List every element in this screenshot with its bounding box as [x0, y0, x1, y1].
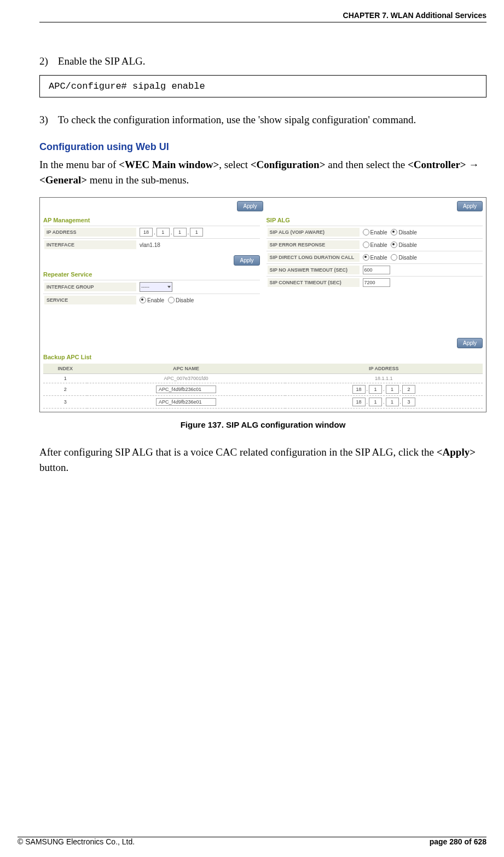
backup-apc-table: INDEX APC NAME IP ADDRESS 1 APC_007e3700…: [43, 364, 483, 409]
apply-bold: <Apply>: [437, 446, 476, 458]
row2-name-input[interactable]: APC_f4d9fb236c01: [156, 386, 216, 393]
sip-long-disable-radio[interactable]: [391, 254, 397, 261]
sip-err-enable-radio[interactable]: [363, 241, 369, 248]
service-disable-radio[interactable]: [168, 297, 175, 303]
section-heading-config-web-ui: Configuration using Web UI: [39, 141, 486, 153]
step-3: 3) To check the configuration informatio…: [39, 114, 486, 126]
apply-instruction: After configuring SIP ALG that is a voic…: [39, 445, 486, 475]
table-row: 2 APC_f4d9fb236c01 18. 1. 1. 2: [43, 383, 483, 396]
backup-apc-heading: Backup APC List: [43, 354, 483, 360]
sip-long-row: SIP DIRECT LONG DURATION CALL Enable Dis…: [267, 251, 483, 263]
nav-post: menu in the sub-menus.: [87, 174, 189, 186]
table-row: 3 APC_f4d9fb236e01 18. 1. 1. 3: [43, 396, 483, 409]
service-enable-radio[interactable]: [140, 297, 146, 303]
sip-err-enable-label: Enable: [370, 242, 387, 248]
footer-copyright: © SAMSUNG Electronics Co., Ltd.: [18, 837, 135, 846]
apply-button-top-right[interactable]: Apply: [457, 201, 483, 211]
page-header: CHAPTER 7. WLAN Additional Services: [39, 11, 486, 22]
row3-name-input[interactable]: APC_f4d9fb236e01: [156, 398, 216, 406]
sip-long-disable-label: Disable: [398, 255, 416, 261]
table-row: 1 APC_007e37001fd0 18.1.1.1: [43, 374, 483, 383]
sip-err-label: SIP ERROR RESPONSE: [268, 240, 360, 249]
sip-voip-enable-radio[interactable]: [363, 229, 369, 235]
repeater-service-heading: Repeater Service: [43, 271, 260, 278]
nav-pre: In the menu bar of: [39, 159, 119, 170]
service-enable-label: Enable: [147, 297, 164, 303]
interface-group-row: INTERFACE GROUP -----: [43, 280, 260, 294]
nav-arrow: →: [466, 159, 479, 170]
nav-general: <General>: [39, 174, 87, 186]
code-block: APC/configure# sipalg enable: [39, 75, 486, 97]
row3-ip1[interactable]: 18: [352, 398, 366, 406]
row2-ip4[interactable]: 2: [402, 385, 415, 394]
ip-address-label: IP ADDRESS: [44, 228, 136, 237]
sip-conn-row: SIP CONNECT TIMEOUT (SEC) 7200: [267, 276, 483, 289]
page-footer: © SAMSUNG Electronics Co., Ltd. page 280…: [18, 835, 486, 846]
ap-management-heading: AP Management: [43, 217, 260, 223]
nav-mid1: , select: [219, 159, 251, 170]
sip-voip-disable-radio[interactable]: [391, 229, 397, 235]
nav-controller: <Controller>: [408, 159, 466, 170]
sip-voip-row: SIP ALG (VOIP AWARE) Enable Disable: [267, 226, 483, 238]
step-2-text: Enable the SIP ALG.: [58, 55, 146, 67]
sip-err-row: SIP ERROR RESPONSE Enable Disable: [267, 238, 483, 251]
row3-ip3[interactable]: 1: [386, 398, 399, 406]
step-3-text: To check the configuration information, …: [58, 114, 416, 126]
nav-wec: <WEC Main window>: [119, 159, 219, 170]
sip-noans-label: SIP NO ANSWER TIMEOUT (SEC): [268, 266, 360, 274]
sip-long-enable-label: Enable: [370, 255, 387, 261]
sip-voip-disable-label: Disable: [398, 229, 416, 235]
service-row: SERVICE Enable Disable: [43, 294, 260, 306]
sip-conn-label: SIP CONNECT TIMEOUT (SEC): [268, 278, 360, 287]
sip-long-label: SIP DIRECT LONG DURATION CALL: [268, 253, 360, 262]
interface-row: INTERFACE vlan1.18: [43, 238, 260, 251]
row3-ip4[interactable]: 3: [402, 398, 415, 406]
row1-ip: 18.1.1.1: [285, 374, 483, 383]
row2-ip1[interactable]: 18: [352, 385, 366, 394]
config-screenshot: Apply Apply AP Management IP ADDRESS 18.…: [39, 197, 486, 412]
apply-pre: After configuring SIP ALG that is a voic…: [39, 446, 437, 458]
sip-noans-row: SIP NO ANSWER TIMEOUT (SEC) 600: [267, 263, 483, 276]
ip-octet-3[interactable]: 1: [173, 228, 187, 237]
sip-conn-input[interactable]: 7200: [363, 278, 390, 287]
step-3-number: 3): [39, 114, 48, 126]
interface-group-label: INTERFACE GROUP: [44, 283, 136, 291]
step-2-number: 2): [39, 55, 48, 67]
row1-name: APC_007e37001fd0: [87, 374, 285, 383]
figure-caption: Figure 137. SIP ALG configuration window: [39, 420, 486, 429]
interface-group-select[interactable]: -----: [140, 282, 172, 292]
service-label: SERVICE: [44, 296, 136, 304]
row2-ip2[interactable]: 1: [369, 385, 382, 394]
interface-group-value: -----: [141, 284, 149, 290]
ip-octet-4[interactable]: 1: [190, 228, 203, 237]
footer-page-number: page 280 of 628: [430, 837, 486, 846]
row1-index: 1: [43, 374, 87, 383]
sip-voip-enable-label: Enable: [370, 229, 387, 235]
col-apc-name: APC NAME: [87, 364, 285, 374]
row3-ip2[interactable]: 1: [369, 398, 382, 406]
sip-noans-input[interactable]: 600: [363, 266, 390, 274]
service-disable-label: Disable: [176, 297, 194, 303]
row2-index: 2: [43, 383, 87, 396]
row3-index: 3: [43, 396, 87, 409]
sip-err-disable-radio[interactable]: [391, 241, 397, 248]
apply-button-sip[interactable]: Apply: [457, 338, 483, 348]
ip-octet-1[interactable]: 18: [140, 228, 153, 237]
apply-post: button.: [39, 462, 68, 473]
apply-button-top-left[interactable]: Apply: [237, 201, 263, 211]
apply-button-ap[interactable]: Apply: [234, 255, 259, 266]
sip-long-enable-radio[interactable]: [363, 254, 369, 261]
sip-alg-heading: SIP ALG: [267, 217, 483, 223]
nav-mid2: and then select the: [326, 159, 408, 170]
ip-octet-2[interactable]: 1: [157, 228, 170, 237]
sip-err-disable-label: Disable: [398, 242, 416, 248]
interface-label: INTERFACE: [44, 240, 136, 249]
header-rule: [39, 22, 486, 22]
col-index: INDEX: [43, 364, 87, 374]
col-ip-address: IP ADDRESS: [285, 364, 483, 374]
ip-address-row: IP ADDRESS 18. 1. 1. 1: [43, 226, 260, 238]
step-2: 2) Enable the SIP ALG.: [39, 55, 486, 67]
code-line: APC/configure# sipalg enable: [49, 81, 205, 91]
row2-ip3[interactable]: 1: [386, 385, 399, 394]
nav-instruction: In the menu bar of <WEC Main window>, se…: [39, 157, 486, 187]
